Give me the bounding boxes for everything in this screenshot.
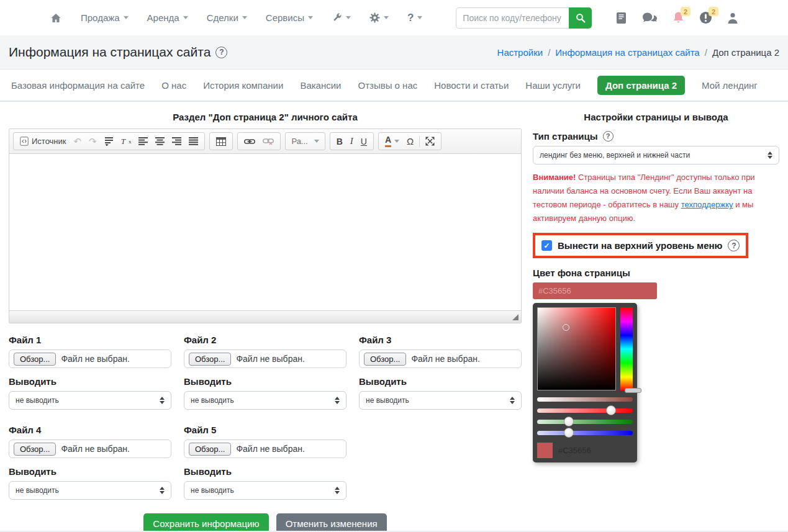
file-input-1[interactable]: Обзор... Файл не выбран. (9, 349, 171, 368)
paragraph-format-combo[interactable]: Ра... (285, 132, 325, 150)
green-slider-handle[interactable] (564, 417, 574, 426)
nav-menu-help[interactable]: ? (407, 12, 422, 24)
output-select-1[interactable]: не выводить (9, 391, 171, 410)
output-select-5[interactable]: не выводить (184, 481, 346, 500)
content: Раздел "Доп страница 2" личного сайта Ис… (0, 102, 788, 532)
sv-cursor[interactable] (563, 324, 569, 331)
help-icon[interactable]: ? (215, 47, 227, 58)
paste-text-icon[interactable] (101, 135, 117, 147)
remove-format-letter: T (121, 137, 125, 147)
title-bar: Информация на страницах сайта ? Настройк… (0, 35, 788, 70)
output-label: Выводить (359, 376, 522, 387)
source-icon (20, 137, 29, 146)
resize-handle[interactable] (512, 314, 519, 320)
tab-my-landing[interactable]: Мой лендинг (702, 80, 758, 91)
select-arrows-icon (335, 487, 340, 494)
nav-menu-sales[interactable]: Продажа (81, 12, 129, 23)
saturation-value-area[interactable] (537, 307, 616, 390)
align-justify-icon[interactable] (186, 136, 201, 147)
save-button[interactable]: Сохранить информацию (143, 513, 268, 532)
notifications-badge: 2 (681, 7, 691, 16)
remove-format-icon[interactable]: Tx (118, 135, 135, 148)
help-icon[interactable]: ? (603, 131, 614, 142)
text-color-button[interactable]: A (382, 134, 402, 148)
support-link[interactable]: техподдержку (681, 200, 733, 209)
file-input-5[interactable]: Обзор... Файл не выбран. (184, 440, 346, 458)
output-select-3[interactable]: не выводить (359, 391, 522, 410)
breadcrumb-current: Доп страница 2 (712, 47, 779, 58)
breadcrumb-link-site-pages[interactable]: Информация на страницах сайта (555, 47, 699, 58)
editor-text-area[interactable] (9, 154, 521, 310)
file-input-2[interactable]: Обзор... Файл не выбран. (184, 349, 346, 368)
unlink-icon[interactable] (260, 137, 277, 147)
browse-button[interactable]: Обзор... (189, 353, 231, 366)
search-input[interactable] (456, 7, 569, 29)
nav-menu-settings[interactable] (369, 12, 389, 23)
shade-slider[interactable] (537, 397, 633, 402)
journal-button[interactable] (616, 12, 627, 24)
tab-vacancies[interactable]: Вакансии (300, 80, 341, 91)
italic-button[interactable]: I (347, 135, 356, 148)
source-button[interactable]: Источник (17, 135, 70, 147)
nav-menu-services[interactable]: Сервисы (266, 12, 313, 23)
tab-our-services[interactable]: Наши услуги (525, 80, 581, 91)
nav-menu-rent[interactable]: Аренда (147, 12, 188, 23)
search-button[interactable] (569, 7, 592, 29)
nav-menu-label: Сделки (207, 12, 238, 23)
breadcrumb-link-settings[interactable]: Настройки (497, 47, 543, 58)
output-select-4[interactable]: не выводить (9, 481, 171, 500)
blue-slider[interactable] (537, 431, 633, 435)
tab-extra-page-2[interactable]: Доп страница 2 (597, 76, 685, 95)
notifications-button[interactable]: 2 (673, 11, 684, 24)
hue-slider-handle[interactable] (625, 388, 641, 393)
help-icon[interactable]: ? (728, 240, 740, 251)
select-arrows-icon (335, 397, 340, 404)
browse-button[interactable]: Обзор... (14, 353, 56, 366)
special-char-button[interactable]: Ω (404, 135, 417, 148)
tab-about[interactable]: О нас (161, 80, 186, 91)
file-input-3[interactable]: Обзор... Файл не выбран. (359, 349, 522, 368)
tab-base-info[interactable]: Базовая информация на сайте (11, 80, 145, 91)
underline-button[interactable]: U (358, 135, 370, 148)
align-center-icon[interactable] (152, 136, 168, 147)
nav-menu-deals[interactable]: Сделки (207, 12, 247, 23)
browse-button[interactable]: Обзор... (364, 353, 406, 366)
bold-button[interactable]: B (333, 135, 346, 148)
no-file-text: Файл не выбран. (236, 444, 304, 454)
nav-menu-label: Продажа (81, 12, 120, 23)
files-grid: Файл 1 Обзор... Файл не выбран. Выводить… (9, 335, 522, 500)
file-input-4[interactable]: Обзор... Файл не выбран. (9, 440, 171, 458)
green-slider[interactable] (537, 420, 633, 424)
alerts-button[interactable]: 2 (699, 11, 712, 24)
profile-button[interactable] (727, 12, 738, 24)
table-icon[interactable] (213, 136, 229, 147)
search-group (456, 7, 592, 29)
red-slider-handle[interactable] (606, 405, 616, 415)
align-right-icon[interactable] (169, 136, 184, 147)
home-button[interactable] (50, 12, 62, 24)
top-menu-checkbox[interactable]: ✓ (541, 240, 552, 251)
output-select-2[interactable]: не выводить (184, 391, 346, 410)
browse-button[interactable]: Обзор... (14, 443, 56, 456)
tab-history[interactable]: История компании (203, 80, 283, 91)
page-type-select[interactable]: лендинг без меню, верхней и нижней части (533, 146, 779, 165)
messages-button[interactable] (641, 12, 658, 24)
editor-bottom-bar (9, 310, 521, 323)
menu-checkbox-highlight: ✓ Вынести на верхний уровень меню ? (533, 233, 748, 258)
redo-icon[interactable]: ↷ (86, 135, 100, 147)
alerts-badge: 2 (709, 7, 718, 16)
hue-strip[interactable] (620, 307, 633, 390)
link-icon[interactable] (241, 137, 258, 146)
browse-button[interactable]: Обзор... (189, 443, 231, 456)
align-left-icon[interactable] (135, 136, 151, 147)
file-label: Файл 3 (359, 335, 522, 345)
red-slider[interactable] (537, 408, 633, 413)
nav-menu-tools[interactable] (332, 12, 351, 23)
cancel-button[interactable]: Отменить изменения (276, 513, 387, 532)
maximize-icon[interactable] (422, 135, 438, 147)
blue-slider-handle[interactable] (564, 428, 574, 438)
tab-news[interactable]: Новости и статьи (434, 80, 509, 91)
undo-icon[interactable]: ↶ (71, 135, 85, 147)
tab-reviews[interactable]: Отзывы о нас (358, 80, 418, 91)
bg-color-input[interactable]: #C35656 (533, 282, 657, 299)
